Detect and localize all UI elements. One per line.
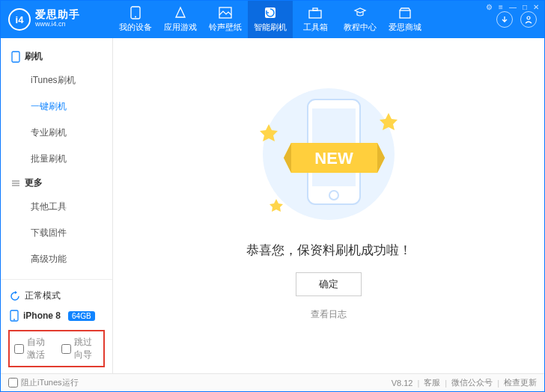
- tab-ringtones[interactable]: 铃声壁纸: [203, 1, 248, 38]
- brand: i4 爱思助手 www.i4.cn: [1, 8, 113, 31]
- footer: 阻止iTunes运行 V8.12 | 客服 | 微信公众号 | 检查更新: [1, 373, 544, 391]
- footer-link-update[interactable]: 检查更新: [504, 377, 537, 388]
- tab-tutorials[interactable]: 教程中心: [338, 1, 383, 38]
- confirm-button[interactable]: 确定: [296, 272, 362, 296]
- checkbox-block-itunes-input[interactable]: [8, 378, 18, 388]
- toolbox-icon: [308, 6, 322, 19]
- svg-rect-6: [400, 10, 410, 18]
- ribbon-icon: NEW: [284, 143, 385, 173]
- flash-icon: [264, 6, 277, 19]
- window-controls: ⚙ ≡ — □ ✕: [486, 3, 539, 11]
- download-button[interactable]: [496, 11, 513, 28]
- tab-toolbox[interactable]: 工具箱: [293, 1, 338, 38]
- sidebar-item-download-firmware[interactable]: 下载固件: [1, 220, 112, 246]
- svg-point-13: [13, 319, 15, 320]
- phone-outline-icon: [11, 51, 20, 63]
- sidebar-item-other-tools[interactable]: 其他工具: [1, 194, 112, 220]
- sidebar-group-more[interactable]: 更多: [1, 172, 112, 194]
- checkbox-auto-activate[interactable]: 自动激活: [14, 336, 52, 361]
- refresh-icon: [10, 291, 20, 301]
- top-tabs: 我的设备 应用游戏 铃声壁纸 智能刷机: [113, 1, 427, 38]
- tab-store[interactable]: 爱思商城: [383, 1, 427, 38]
- header-right: [496, 11, 544, 28]
- success-illustration: NEW: [246, 83, 411, 225]
- sidebar: 刷机 iTunes刷机 一键刷机 专业刷机 批量刷机 更多 其他工具 下载固件 …: [1, 38, 113, 373]
- mode-label: 正常模式: [25, 290, 61, 302]
- header: i4 爱思助手 www.i4.cn 我的设备 应用游戏: [1, 1, 544, 38]
- menu-icon[interactable]: ≡: [499, 3, 503, 11]
- footer-link-wechat[interactable]: 微信公众号: [451, 377, 493, 388]
- device-icon: [10, 310, 19, 322]
- minimize-icon[interactable]: —: [509, 3, 517, 11]
- brand-name: 爱思助手: [35, 10, 80, 19]
- more-icon: [11, 179, 20, 188]
- checkbox-block-itunes[interactable]: 阻止iTunes运行: [8, 377, 79, 388]
- device-name: iPhone 8: [23, 310, 61, 321]
- phone-icon: [129, 6, 142, 19]
- svg-point-7: [527, 16, 530, 19]
- sidebar-item-oneclick-flash[interactable]: 一键刷机: [1, 94, 112, 120]
- view-log-link[interactable]: 查看日志: [311, 308, 347, 321]
- footer-link-support[interactable]: 客服: [424, 377, 440, 388]
- main-content: NEW 恭喜您，保资料刷机成功啦！ 确定 查看日志: [113, 38, 544, 373]
- account-button[interactable]: [520, 11, 537, 28]
- settings-icon[interactable]: ⚙: [486, 3, 493, 11]
- checkbox-auto-activate-input[interactable]: [14, 344, 24, 354]
- storage-badge: 64GB: [68, 311, 95, 321]
- maximize-icon[interactable]: □: [523, 3, 527, 11]
- tab-flash[interactable]: 智能刷机: [248, 1, 293, 38]
- sidebar-item-advanced[interactable]: 高级功能: [1, 246, 112, 272]
- svg-marker-17: [270, 199, 283, 212]
- mode-row[interactable]: 正常模式: [8, 286, 105, 306]
- sidebar-group-flash[interactable]: 刷机: [1, 46, 112, 67]
- svg-rect-5: [313, 8, 317, 10]
- brand-url: www.i4.cn: [35, 19, 80, 29]
- new-badge-text: NEW: [314, 149, 353, 168]
- wallpaper-icon: [219, 6, 232, 19]
- apps-icon: [174, 6, 187, 19]
- version-label: V8.12: [392, 379, 413, 388]
- svg-point-1: [135, 16, 136, 18]
- svg-rect-8: [12, 52, 19, 62]
- options-box: 自动激活 跳过向导: [8, 330, 105, 367]
- checkbox-skip-guide-input[interactable]: [61, 344, 71, 354]
- close-icon[interactable]: ✕: [533, 3, 539, 11]
- sidebar-bottom: 正常模式 iPhone 8 64GB 自动激活 跳过: [1, 279, 112, 373]
- device-row[interactable]: iPhone 8 64GB: [8, 306, 105, 325]
- sidebar-item-pro-flash[interactable]: 专业刷机: [1, 120, 112, 146]
- store-icon: [398, 6, 412, 19]
- svg-rect-4: [309, 10, 321, 18]
- tutorial-icon: [353, 6, 367, 19]
- checkbox-skip-guide[interactable]: 跳过向导: [61, 336, 100, 361]
- brand-logo-icon: i4: [8, 8, 31, 31]
- tab-apps[interactable]: 应用游戏: [158, 1, 203, 38]
- sidebar-item-itunes-flash[interactable]: iTunes刷机: [1, 67, 112, 94]
- congrats-text: 恭喜您，保资料刷机成功啦！: [246, 242, 412, 259]
- tab-my-device[interactable]: 我的设备: [113, 1, 158, 38]
- sidebar-item-batch-flash[interactable]: 批量刷机: [1, 146, 112, 172]
